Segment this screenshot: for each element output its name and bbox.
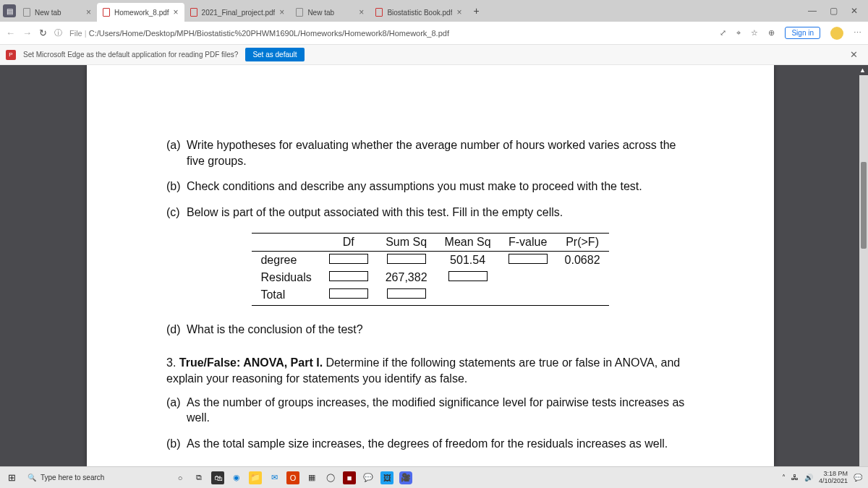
pdf-icon [375,8,383,17]
blank-cell [448,271,488,281]
tab-finalproject[interactable]: 2021_Final_project.pdf × [184,3,291,22]
page-icon [296,8,303,17]
pdf-icon [103,8,110,17]
back-icon[interactable]: ← [6,27,15,38]
pdf-icon [190,8,197,17]
q3-intro: 3. True/False: ANOVA, Part I. Determine … [166,355,694,388]
pdf-page: (a)Write hypotheses for evaluating wheth… [87,65,774,466]
tab-biostatbook[interactable]: Biostatistic Book.pdf × [370,3,467,22]
pdf-badge-icon: P [6,50,16,60]
window-controls: — ▢ ✕ [808,6,865,16]
profile-avatar[interactable] [830,27,843,40]
th: Sum Sq [377,234,436,252]
new-tab-button[interactable]: + [467,5,485,17]
notifications-icon[interactable]: 💬 [854,474,862,481]
tab-newtab-2[interactable]: New tab × [290,3,370,22]
photos-icon[interactable]: 🖼 [380,471,393,484]
cell-value: 0.0682 [556,252,609,270]
item-text: As the total sample size increases, the … [187,436,694,452]
mail-icon[interactable]: ✉ [268,471,281,484]
favorite-icon[interactable]: ☆ [751,28,758,38]
app-icon[interactable]: ■ [343,471,356,484]
app-icon[interactable]: ▦ [305,471,318,484]
cell-value: 501.54 [436,252,500,270]
scrollbar-thumb[interactable] [861,162,867,249]
url-path: C:/Users/Home/Desktop/MPH/Biostatistic%2… [89,29,449,38]
tab-newtab-1[interactable]: New tab × [17,3,97,22]
taskbar-apps: ○ ⧉ 🛍 ◉ 📁 ✉ O ▦ ◯ ■ 💬 🖼 🎥 [174,471,412,484]
taskview-icon[interactable]: ⧉ [192,471,205,484]
tab-label: New tab [307,9,354,17]
scroll-up-icon[interactable]: ▲ [859,67,866,74]
forward-icon[interactable]: → [22,27,32,38]
cell-value: 267,382 [377,269,436,286]
start-button[interactable]: ⊞ [0,472,23,483]
item-label: (a) [166,395,187,426]
th: Mean Sq [436,234,500,252]
search-icon: 🔍 [27,474,36,481]
cortana-icon[interactable]: ○ [174,471,187,484]
menu-icon[interactable]: ⋯ [854,28,862,38]
tab-homework8[interactable]: Homework_8.pdf × [97,3,184,22]
set-default-button[interactable]: Set as default [245,48,304,61]
item-text: What is the conclusion of the test? [187,322,694,338]
close-icon[interactable]: × [86,7,91,17]
question-3: 3. True/False: ANOVA, Part I. Determine … [166,355,694,452]
read-aloud-icon[interactable]: ⌖ [736,28,741,38]
volume-icon[interactable]: 🔊 [804,474,813,481]
chrome-icon[interactable]: ◯ [324,471,337,484]
close-icon[interactable]: × [279,7,284,17]
close-icon[interactable]: × [174,7,179,17]
office-icon[interactable]: O [286,471,299,484]
blank-cell [387,288,426,299]
network-icon[interactable]: 🖧 [791,474,799,481]
address-bar: ← → ↻ ⓘ File | C:/Users/Home/Desktop/MPH… [0,22,868,45]
app-icon[interactable]: 💬 [362,471,375,484]
close-icon[interactable]: × [456,7,461,17]
maximize-icon[interactable]: ▢ [830,6,838,16]
system-tray: ˄ 🖧 🔊 3:18 PM 4/10/2021 💬 [782,471,868,485]
refresh-icon[interactable]: ↻ [39,27,47,38]
default-app-infobar: P Set Microsoft Edge as the default appl… [0,45,868,65]
search-placeholder: Type here to search [41,474,104,481]
item-text: Below is part of the output associated w… [187,205,694,221]
minimize-icon[interactable]: — [808,6,817,16]
edge-icon[interactable]: ◉ [230,471,243,484]
zoom-icon[interactable]: ⤢ [720,28,726,38]
collections-icon[interactable]: ⊕ [768,28,775,38]
blank-cell [387,254,426,264]
item-text: Check conditions and describe any assump… [187,179,694,194]
clock-date: 4/10/2021 [819,478,848,485]
blank-cell [329,271,368,281]
scrollbar[interactable] [859,75,868,466]
taskbar-search[interactable]: 🔍 Type here to search [23,474,168,481]
th: F-value [500,234,556,252]
tabs-sidebar-icon[interactable]: ▤ [3,4,16,17]
item-label: (b) [166,436,187,452]
th [252,234,320,252]
app-icon[interactable]: 🎥 [399,471,412,484]
blank-cell [509,254,548,264]
row-name: degree [252,252,320,270]
item-text: As the number of groups increases, the m… [187,395,694,426]
close-icon[interactable]: × [359,7,364,17]
close-window-icon[interactable]: ✕ [851,6,858,16]
item-label: (d) [166,322,187,338]
tray-chevron-icon[interactable]: ˄ [782,474,786,481]
th: Pr(>F) [556,234,609,252]
site-info-icon[interactable]: ⓘ [54,27,62,38]
item-text: Write hypotheses for evaluating whether … [187,137,694,168]
store-icon[interactable]: 🛍 [211,471,224,484]
pdf-viewer: ▲ (a)Write hypotheses for evaluating whe… [0,65,868,466]
blank-cell [329,288,368,299]
tab-label: New tab [35,9,82,17]
row-name: Residuals [252,269,320,286]
clock[interactable]: 3:18 PM 4/10/2021 [819,471,848,485]
sign-in-button[interactable]: Sign in [785,27,820,39]
url-field[interactable]: File | C:/Users/Home/Desktop/MPH/Biostat… [69,29,712,38]
explorer-icon[interactable]: 📁 [249,471,262,484]
tab-strip: ▤ New tab × Homework_8.pdf × 2021_Final_… [0,0,868,22]
close-infobar-icon[interactable]: ✕ [850,49,862,60]
th: Df [320,234,377,252]
url-scheme: File [69,29,82,38]
